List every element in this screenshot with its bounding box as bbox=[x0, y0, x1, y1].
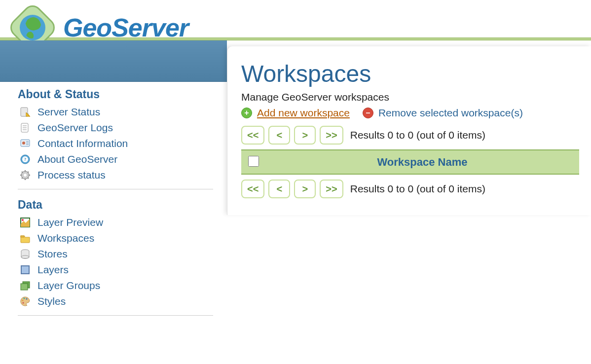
svg-line-25 bbox=[28, 172, 29, 173]
sidebar-item-server-status[interactable]: ! Server Status bbox=[20, 104, 213, 120]
svg-rect-34 bbox=[21, 284, 28, 290]
minus-icon: – bbox=[363, 108, 373, 118]
svg-text:?: ? bbox=[24, 157, 27, 162]
svg-point-38 bbox=[22, 302, 24, 303]
add-workspace-label: Add new workspace bbox=[257, 107, 350, 119]
svg-text:!: ! bbox=[28, 113, 29, 116]
page-subtitle: Manage GeoServer workspaces bbox=[241, 91, 579, 103]
pager-last-button[interactable]: >> bbox=[320, 180, 343, 198]
main-panel: Workspaces Manage GeoServer workspaces +… bbox=[227, 46, 591, 215]
sidebar-item-label: Server Status bbox=[37, 106, 100, 118]
pager-first-button[interactable]: << bbox=[241, 126, 264, 145]
workspaces-icon bbox=[20, 233, 31, 244]
layers-icon bbox=[20, 264, 31, 275]
logs-icon bbox=[20, 122, 31, 133]
top-banner bbox=[0, 40, 227, 82]
remove-workspace-link[interactable]: – Remove selected workspace(s) bbox=[363, 107, 523, 119]
sidebar-item-logs[interactable]: GeoServer Logs bbox=[20, 120, 213, 136]
sidebar-item-label: Process status bbox=[37, 169, 106, 181]
pager-results-text: Results 0 to 0 (out of 0 items) bbox=[350, 183, 485, 195]
about-icon: ? bbox=[20, 154, 31, 165]
server-status-icon: ! bbox=[20, 107, 31, 117]
sidebar-item-label: Layer Preview bbox=[37, 217, 103, 228]
svg-line-23 bbox=[28, 178, 29, 179]
stores-icon bbox=[20, 249, 31, 259]
pager-top: << < > >> Results 0 to 0 (out of 0 items… bbox=[241, 126, 579, 145]
svg-point-26 bbox=[24, 174, 27, 177]
select-all-checkbox[interactable] bbox=[248, 156, 259, 167]
pager-next-button[interactable]: > bbox=[294, 180, 316, 198]
sidebar-item-layer-groups[interactable]: Layer Groups bbox=[20, 278, 213, 293]
svg-point-37 bbox=[26, 298, 27, 299]
layer-groups-icon bbox=[20, 280, 31, 291]
sidebar-item-label: GeoServer Logs bbox=[37, 122, 113, 134]
pager-bottom: << < > >> Results 0 to 0 (out of 0 items… bbox=[241, 180, 579, 198]
pager-results-text: Results 0 to 0 (out of 0 items) bbox=[350, 129, 485, 141]
sidebar-item-process[interactable]: Process status bbox=[20, 167, 213, 183]
sidebar-item-about[interactable]: ? About GeoServer bbox=[20, 151, 213, 167]
svg-line-22 bbox=[22, 172, 23, 173]
svg-line-24 bbox=[22, 178, 23, 179]
layer-preview-icon bbox=[20, 217, 31, 228]
section-title-data: Data bbox=[18, 198, 213, 212]
sidebar-item-label: Layers bbox=[37, 264, 69, 276]
svg-point-36 bbox=[23, 297, 25, 299]
pager-last-button[interactable]: >> bbox=[320, 126, 343, 145]
workspaces-table: Workspace Name bbox=[241, 149, 579, 175]
select-all-header bbox=[241, 150, 265, 174]
page-title: Workspaces bbox=[241, 60, 579, 87]
sidebar-item-label: About GeoServer bbox=[37, 153, 117, 165]
contact-icon bbox=[20, 138, 31, 149]
svg-rect-29 bbox=[21, 236, 24, 237]
plus-icon: + bbox=[241, 108, 252, 118]
svg-rect-32 bbox=[21, 266, 29, 274]
add-workspace-link[interactable]: + Add new workspace bbox=[241, 107, 350, 119]
menu-data: Layer Preview Workspaces Stores bbox=[18, 212, 213, 316]
sidebar-item-styles[interactable]: Styles bbox=[20, 293, 213, 309]
svg-point-28 bbox=[22, 219, 24, 221]
sidebar-item-layer-preview[interactable]: Layer Preview bbox=[20, 215, 213, 230]
sidebar-item-label: Workspaces bbox=[37, 232, 94, 244]
styles-icon bbox=[20, 296, 31, 307]
sidebar-item-stores[interactable]: Stores bbox=[20, 246, 213, 262]
pager-prev-button[interactable]: < bbox=[268, 126, 290, 145]
section-title-about: About & Status bbox=[18, 88, 213, 101]
sidebar-item-label: Contact Information bbox=[37, 138, 128, 149]
sidebar-item-label: Styles bbox=[37, 295, 66, 307]
sidebar-item-label: Layer Groups bbox=[37, 280, 100, 291]
pager-next-button[interactable]: > bbox=[294, 126, 316, 145]
sidebar-item-workspaces[interactable]: Workspaces bbox=[20, 230, 213, 246]
sidebar-item-label: Stores bbox=[37, 248, 68, 260]
menu-about: ! Server Status GeoServer Logs Contact I… bbox=[18, 101, 213, 189]
action-row: + Add new workspace – Remove selected wo… bbox=[241, 107, 579, 119]
brand-name: GeoServer bbox=[63, 13, 188, 42]
svg-point-10 bbox=[22, 142, 25, 145]
pager-first-button[interactable]: << bbox=[241, 180, 264, 198]
sidebar-item-contact[interactable]: Contact Information bbox=[20, 136, 213, 151]
sidebar: About & Status ! Server Status GeoServer… bbox=[0, 40, 227, 326]
remove-workspace-label: Remove selected workspace(s) bbox=[378, 107, 523, 119]
process-icon bbox=[20, 170, 31, 181]
column-header-name[interactable]: Workspace Name bbox=[265, 150, 579, 174]
svg-point-35 bbox=[22, 299, 23, 301]
sidebar-item-layers[interactable]: Layers bbox=[20, 262, 213, 278]
pager-prev-button[interactable]: < bbox=[268, 180, 290, 198]
